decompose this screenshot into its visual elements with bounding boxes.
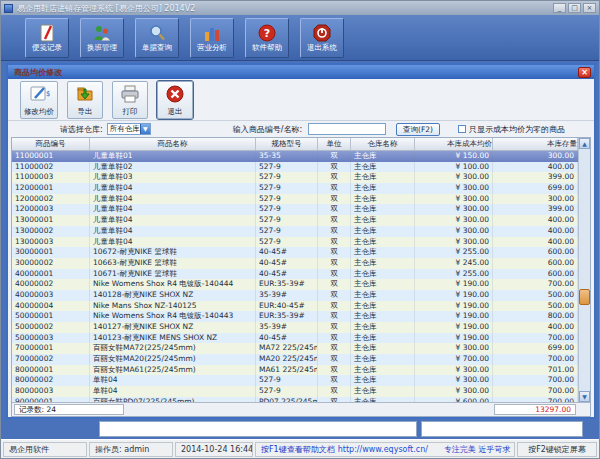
table-cell: 双 [318, 386, 351, 397]
column-header[interactable]: 本库成本均价 [415, 138, 493, 150]
export-button[interactable]: 导出 [67, 81, 103, 119]
table-row[interactable]: 40000002Nike Womens Shox R4 电镀版-140444EU… [12, 279, 578, 290]
column-header[interactable]: 规格型号 [256, 138, 318, 150]
table-row[interactable]: 3000000110672-耐克NIKE 篮球鞋40-45#双主仓库¥ 255.… [12, 247, 578, 258]
table-row[interactable]: 12000002儿童单鞋04527-9双主仓库¥ 300.00300.00 [12, 194, 578, 205]
help-url[interactable]: http://www.eqysoft.cn/ [338, 445, 428, 454]
scrollbar-thumb[interactable] [579, 289, 590, 305]
table-cell: 儿童单鞋03 [90, 172, 256, 183]
dialog-titlebar: 商品均价修改 × [8, 65, 594, 79]
software-help-button[interactable]: ? 软件帮助 [245, 18, 289, 58]
vertical-scrollbar[interactable]: ▲ ▼ [578, 138, 590, 402]
table-row[interactable]: 40000003140128-耐克NIKE SHOX NZ35-39#双主仓库¥… [12, 290, 578, 301]
table-cell: ¥ 100.00 [415, 162, 493, 173]
table-row[interactable]: 11000002儿童单鞋02527-9双主仓库¥ 100.00400.00 [12, 162, 578, 173]
table-row[interactable]: 80000003单鞋04527-9双主仓库¥ 300.00700.00 [12, 386, 578, 397]
table-cell: 双 [318, 183, 351, 194]
column-header[interactable]: 仓库名称 [351, 138, 415, 150]
search-icon [147, 23, 167, 43]
table-row[interactable]: 12000003儿童单鞋04527-9双主仓库¥ 300.00399.00 [12, 204, 578, 215]
close-button[interactable]: × [583, 3, 596, 13]
table-cell: 主仓库 [351, 269, 415, 280]
scrollbar-track[interactable] [579, 149, 590, 391]
business-analysis-button[interactable]: 营业分析 [190, 18, 234, 58]
table-row[interactable]: 50000003140123-耐克NIKE MENS SHOX NZ40-45#… [12, 333, 578, 344]
scroll-down-icon[interactable]: ▼ [579, 391, 590, 402]
table-cell: ¥ 190.00 [415, 290, 493, 301]
table-row[interactable]: 50000001Nike Womens Shox R4 电镀版-140443EU… [12, 311, 578, 322]
column-header[interactable]: 商品名称 [90, 138, 256, 150]
table-cell: 儿童单鞋04 [90, 226, 256, 237]
table-cell: 儿童单鞋04 [90, 237, 256, 248]
table-cell: 699.00 [493, 343, 578, 354]
table-cell: 35-39# [256, 290, 318, 301]
table-row[interactable]: 12000001儿童单鞋04527-9双主仓库¥ 300.00699.00 [12, 183, 578, 194]
print-button[interactable]: 打印 [112, 81, 148, 119]
modify-price-button[interactable]: $ 修改均价 [20, 81, 58, 119]
shift-button[interactable]: 换班管理 [80, 18, 124, 58]
table-row[interactable]: 50000002140127-耐克NIKE SHOX NZ35-39#双主仓库¥… [12, 322, 578, 333]
table-cell: 主仓库 [351, 311, 415, 322]
table-cell: 主仓库 [351, 354, 415, 365]
memo-button[interactable]: 便笺记录 [25, 18, 69, 58]
operator-label: 操作员: admin [89, 442, 173, 457]
table-row[interactable]: 80000002单鞋04527-9双主仓库¥ 300.00700.00 [12, 375, 578, 386]
datetime-label: 2014-10-24 16:44:28 [175, 442, 253, 457]
table-cell: 12000002 [12, 194, 90, 205]
table-cell: 40000004 [12, 301, 90, 312]
dialog-close-button[interactable]: × [578, 67, 591, 78]
table-cell: 主仓库 [351, 162, 415, 173]
table-cell: 双 [318, 204, 351, 215]
maximize-button[interactable]: □ [568, 3, 581, 13]
table-cell: ¥ 300.00 [415, 226, 493, 237]
table-cell: 140128-耐克NIKE SHOX NZ [90, 290, 256, 301]
table-row[interactable]: 4000000110671-耐克NIKE 篮球鞋40-45#双主仓库¥ 255.… [12, 269, 578, 280]
table-row[interactable]: 70000001百丽女鞋MA72(225/245mm)MA72 225/245m… [12, 343, 578, 354]
table-cell: 527-9 [256, 162, 318, 173]
table-cell: 主仓库 [351, 204, 415, 215]
toolbar-button-label: 退出系统 [307, 44, 337, 52]
table-cell: 13000002 [12, 226, 90, 237]
table-cell: 主仓库 [351, 333, 415, 344]
table-cell: 80000001 [12, 365, 90, 376]
help-hint-text: 按F1键查看帮助文档 [261, 445, 335, 454]
record-count: 记录数: 24 [14, 404, 124, 415]
dialog-exit-button[interactable]: 退出 [157, 81, 193, 119]
lock-screen-hint: 按F2键锁定屏幕 [517, 442, 597, 457]
table-row[interactable]: 13000003儿童单鞋04527-9双主仓库¥ 300.00400.00 [12, 237, 578, 248]
query-button[interactable]: 查询(F2) [396, 123, 440, 136]
table-cell: 35-39# [256, 322, 318, 333]
table-cell: 701.00 [493, 365, 578, 376]
column-header[interactable]: 本库存量 [493, 138, 578, 150]
table-row[interactable]: 13000001儿童单鞋04527-9双主仓库¥ 300.00400.00 [12, 215, 578, 226]
table-row[interactable]: 3000000210663-耐克NIKE 篮球鞋40-45#双主仓库¥ 245.… [12, 258, 578, 269]
table-row[interactable]: 80000001百丽女鞋MA61(225/245mm)MA61 225/245m… [12, 365, 578, 376]
table-cell: ¥ 150.00 [415, 151, 493, 162]
table-cell: 双 [318, 237, 351, 248]
minimize-button[interactable]: _ [553, 3, 566, 13]
table-cell: 600.00 [493, 258, 578, 269]
column-header[interactable]: 商品编号 [12, 138, 90, 150]
table-cell: 双 [318, 194, 351, 205]
table-row[interactable]: 11000001儿童单鞋0135-35双主仓库¥ 150.00300.00 [12, 151, 578, 162]
table-cell: 主仓库 [351, 151, 415, 162]
toolbar-button-label: 便笺记录 [32, 44, 62, 52]
table-cell: 双 [318, 247, 351, 258]
table-row[interactable]: 40000004Nike Mans Shox NZ-140125EUR:40-4… [12, 301, 578, 312]
exit-system-button[interactable]: 退出系统 [300, 18, 344, 58]
table-row[interactable]: 70000002百丽女鞋MA20(225/245mm)MA20 225/245m… [12, 354, 578, 365]
column-header[interactable]: 单位 [318, 138, 351, 150]
product-search-input[interactable] [308, 123, 386, 135]
mdi-workspace: 商品均价修改 × $ 修改均价 导出 打印 退出 [1, 61, 599, 439]
table-cell: ¥ 700.00 [415, 354, 493, 365]
zero-price-checkbox[interactable] [458, 125, 466, 133]
document-query-button[interactable]: 单据查询 [135, 18, 179, 58]
slogan-text: 专注完美 近乎苛求 [444, 445, 511, 454]
scroll-up-icon[interactable]: ▲ [579, 138, 590, 149]
table-cell: 527-9 [256, 237, 318, 248]
table-row[interactable]: 11000003儿童单鞋03527-9双主仓库¥ 300.00399.00 [12, 172, 578, 183]
warehouse-select[interactable]: 所有仓库 ▼ [107, 123, 151, 135]
search-label: 输入商品编号/名称: [233, 124, 302, 135]
table-row[interactable]: 13000002儿童单鞋04527-9双主仓库¥ 300.00400.00 [12, 226, 578, 237]
help-icon: ? [257, 23, 277, 43]
